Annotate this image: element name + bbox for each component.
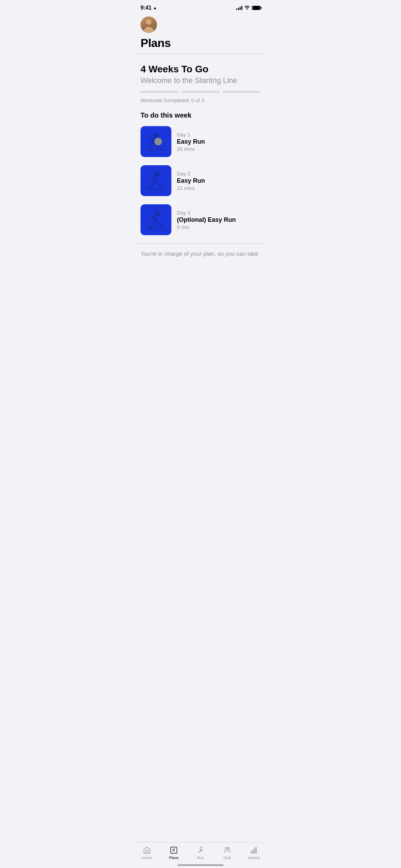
header-section: Plans xyxy=(134,13,267,54)
avatar[interactable] xyxy=(141,16,157,33)
workout-item-3[interactable]: Day 3 (Optional) Easy Run 5 min xyxy=(141,204,260,235)
time-display: 9:41 xyxy=(141,5,151,11)
workout-item-1[interactable]: Day 1 Easy Run 20 mins xyxy=(141,126,260,157)
progress-bars xyxy=(141,91,260,93)
weeks-title: 4 Weeks To Go xyxy=(141,64,260,75)
status-icons xyxy=(236,5,260,11)
workout-day-2: Day 2 xyxy=(177,171,260,177)
location-arrow-icon: ▲ xyxy=(153,5,157,10)
workout-info-1: Day 1 Easy Run 20 mins xyxy=(177,132,260,152)
page-title: Plans xyxy=(141,36,260,50)
workout-duration-2: 22 mins xyxy=(177,185,260,191)
workout-name-3: (Optional) Easy Run xyxy=(177,216,260,224)
status-time: 9:41 ▲ xyxy=(141,5,157,11)
workout-thumbnail-1 xyxy=(141,126,171,157)
workout-day-1: Day 1 xyxy=(177,132,260,137)
workout-info-3: Day 3 (Optional) Easy Run 5 min xyxy=(177,210,260,230)
workout-item-2[interactable]: Day 2 Easy Run 22 mins xyxy=(141,165,260,196)
workout-thumbnail-3 xyxy=(141,204,171,235)
progress-bar-3 xyxy=(222,91,260,93)
workout-thumbnail-2 xyxy=(141,165,171,196)
workout-indicator-dot xyxy=(155,138,162,145)
battery-icon xyxy=(252,6,260,10)
workout-duration-3: 5 min xyxy=(177,224,260,230)
bottom-text-section: You're in charge of your plan, so you ca… xyxy=(134,243,267,257)
workout-name-2: Easy Run xyxy=(177,177,260,184)
signal-icon xyxy=(236,6,242,10)
status-bar: 9:41 ▲ xyxy=(134,0,267,13)
workout-duration-1: 20 mins xyxy=(177,146,260,152)
bottom-text: You're in charge of your plan, so you ca… xyxy=(141,251,260,257)
workout-name-1: Easy Run xyxy=(177,138,260,145)
workout-info-2: Day 2 Easy Run 22 mins xyxy=(177,171,260,191)
avatar-image xyxy=(141,16,157,33)
progress-bar-1 xyxy=(141,91,179,93)
workouts-completed: Workouts Completed: 0 of 3 xyxy=(141,97,260,103)
weeks-subtitle: Welcome to the Starting Line xyxy=(141,76,260,85)
section-title: To do this week xyxy=(141,111,260,119)
progress-bar-2 xyxy=(181,91,219,93)
main-content: 4 Weeks To Go Welcome to the Starting Li… xyxy=(134,54,267,235)
workout-day-3: Day 3 xyxy=(177,210,260,216)
wifi-icon xyxy=(244,5,250,11)
